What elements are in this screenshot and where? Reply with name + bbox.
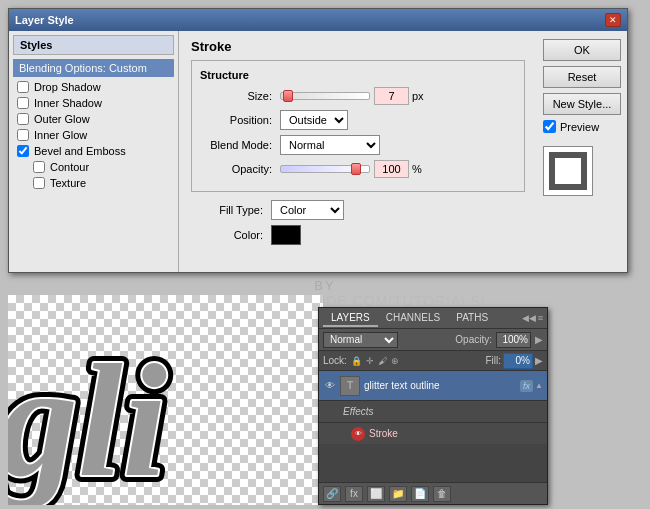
outer-glow-label: Outer Glow (34, 113, 90, 125)
bevel-emboss-checkbox[interactable] (17, 145, 29, 157)
opacity-arrow-icon[interactable]: ▶ (535, 334, 543, 345)
new-layer-button[interactable]: 📄 (411, 486, 429, 502)
lock-row: Lock: 🔒 ✛ 🖌 ⊕ Fill: 0% ▶ (319, 350, 547, 370)
position-label: Position: (200, 114, 280, 126)
style-bevel-emboss[interactable]: Bevel and Emboss (13, 143, 174, 159)
svg-text:gli: gli (8, 332, 167, 505)
add-group-button[interactable]: 📁 (389, 486, 407, 502)
new-style-button[interactable]: New Style... (543, 93, 621, 115)
opacity-slider[interactable] (280, 165, 370, 173)
fill-arrow-icon[interactable]: ▶ (535, 355, 543, 366)
fill-type-row: Fill Type: Color Gradient Pattern (191, 200, 525, 220)
blending-options[interactable]: Blending Options: Custom (13, 59, 174, 77)
fill-input[interactable]: 0% (503, 353, 533, 369)
close-button[interactable]: ✕ (605, 13, 621, 27)
styles-header[interactable]: Styles (13, 35, 174, 55)
stroke-row: 👁 Stroke (319, 422, 547, 444)
opacity-input[interactable]: 100 (374, 160, 409, 178)
effects-label: Effects (343, 406, 374, 417)
fill-label: Fill: (485, 355, 501, 366)
layer-arrow-icon[interactable]: ▲ (535, 381, 543, 390)
opacity-toolbar-input[interactable]: 100% (496, 332, 531, 348)
preview-box (543, 146, 593, 196)
blend-mode-dropdown[interactable]: Normal (323, 332, 398, 348)
preview-checkbox[interactable] (543, 120, 556, 133)
inner-shadow-label: Inner Shadow (34, 97, 102, 109)
outer-glow-checkbox[interactable] (17, 113, 29, 125)
preview-label: Preview (560, 121, 599, 133)
color-swatch[interactable] (271, 225, 301, 245)
size-slider-thumb[interactable] (283, 90, 293, 102)
style-contour[interactable]: Contour (13, 159, 174, 175)
fx-badge: fx (520, 380, 533, 392)
stroke-panel: Stroke Structure Size: 7 px Position: O (179, 31, 537, 272)
size-label: Size: (200, 90, 280, 102)
stroke-effect-label: Stroke (369, 428, 398, 439)
inner-glow-checkbox[interactable] (17, 129, 29, 141)
preview-square-outer (549, 152, 587, 190)
position-select[interactable]: Outside Inside Center (280, 110, 348, 130)
blend-mode-label: Blend Mode: (200, 139, 280, 151)
color-row: Color: (191, 225, 525, 245)
opacity-slider-thumb[interactable] (351, 163, 361, 175)
move-icon[interactable]: ✛ (366, 356, 374, 366)
texture-checkbox[interactable] (33, 177, 45, 189)
fill-type-select[interactable]: Color Gradient Pattern (271, 200, 344, 220)
layer-style-dialog: Layer Style ✕ Styles Blending Options: C… (8, 8, 628, 273)
styles-panel: Styles Blending Options: Custom Drop Sha… (9, 31, 179, 272)
position-row: Position: Outside Inside Center (200, 110, 516, 130)
layers-toolbar: Normal Opacity: 100% ▶ (319, 328, 547, 350)
contour-checkbox[interactable] (33, 161, 45, 173)
size-row: Size: 7 px (200, 87, 516, 105)
blend-mode-select[interactable]: Normal Multiply Screen (280, 135, 380, 155)
panel-menu-icon[interactable]: ≡ (538, 313, 543, 323)
style-inner-shadow[interactable]: Inner Shadow (13, 95, 174, 111)
layer-name: glitter text outline (364, 380, 517, 391)
panel-collapse-icon[interactable]: ◀◀ (522, 313, 536, 323)
inner-shadow-checkbox[interactable] (17, 97, 29, 109)
drop-shadow-checkbox[interactable] (17, 81, 29, 93)
add-mask-button[interactable]: ⬜ (367, 486, 385, 502)
paint-icon[interactable]: 🖌 (378, 356, 387, 366)
style-texture[interactable]: Texture (13, 175, 174, 191)
stroke-visibility-icon[interactable]: 👁 (351, 427, 365, 441)
lock-label: Lock: (323, 355, 347, 366)
size-slider[interactable] (280, 92, 370, 100)
drop-shadow-label: Drop Shadow (34, 81, 101, 93)
effects-row: Effects (319, 400, 547, 422)
size-unit: px (412, 90, 424, 102)
layers-panel: LAYERS CHANNELS PATHS ◀◀ ≡ Normal Opacit… (318, 307, 548, 505)
lock-icon[interactable]: 🔒 (351, 356, 362, 366)
layers-bottom-toolbar: 🔗 fx ⬜ 📁 📄 🗑 (319, 482, 547, 504)
panel-controls: ◀◀ ≡ (522, 313, 543, 323)
delete-layer-button[interactable]: 🗑 (433, 486, 451, 502)
blend-mode-row: Blend Mode: Normal Multiply Screen (200, 135, 516, 155)
style-drop-shadow[interactable]: Drop Shadow (13, 79, 174, 95)
color-label: Color: (191, 229, 271, 241)
tab-layers[interactable]: LAYERS (323, 310, 378, 327)
dialog-title: Layer Style (15, 14, 74, 26)
reset-button[interactable]: Reset (543, 66, 621, 88)
layer-visibility-icon[interactable]: 👁 (323, 379, 337, 393)
texture-label: Texture (50, 177, 86, 189)
fill-container: Fill: 0% ▶ (485, 353, 543, 369)
position-icon[interactable]: ⊕ (391, 356, 399, 366)
ok-button[interactable]: OK (543, 39, 621, 61)
layers-tab-bar: LAYERS CHANNELS PATHS ◀◀ ≡ (319, 308, 547, 328)
opacity-row: Opacity: 100 % (200, 160, 516, 178)
size-input[interactable]: 7 (374, 87, 409, 105)
structure-section: Structure Size: 7 px Position: Outside I… (191, 60, 525, 192)
opacity-toolbar-label: Opacity: (455, 334, 492, 345)
style-inner-glow[interactable]: Inner Glow (13, 127, 174, 143)
style-outer-glow[interactable]: Outer Glow (13, 111, 174, 127)
tab-channels[interactable]: CHANNELS (378, 310, 448, 327)
link-layers-button[interactable]: 🔗 (323, 486, 341, 502)
preview-square-inner (555, 158, 581, 184)
fill-type-label: Fill Type: (191, 204, 271, 216)
contour-label: Contour (50, 161, 89, 173)
layer-row-glitter[interactable]: 👁 T glitter text outline fx ▲ (319, 370, 547, 400)
opacity-label: Opacity: (200, 163, 280, 175)
add-fx-button[interactable]: fx (345, 486, 363, 502)
tab-paths[interactable]: PATHS (448, 310, 496, 327)
dialog-body: Styles Blending Options: Custom Drop Sha… (9, 31, 627, 272)
